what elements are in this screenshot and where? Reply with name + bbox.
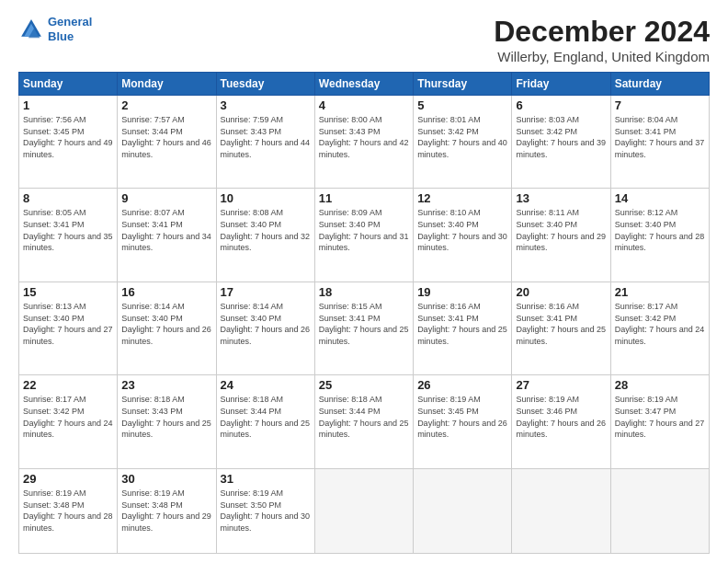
table-row: 4Sunrise: 8:00 AM Sunset: 3:43 PM Daylig… [314,96,413,189]
day-info: Sunrise: 8:17 AM Sunset: 3:42 PM Dayligh… [615,301,705,347]
day-info: Sunrise: 8:18 AM Sunset: 3:44 PM Dayligh… [319,394,409,440]
day-number: 25 [319,378,409,392]
title-block: December 2024 Willerby, England, United … [494,15,710,64]
day-info: Sunrise: 7:59 AM Sunset: 3:43 PM Dayligh… [221,114,311,160]
day-number: 6 [516,98,606,112]
day-info: Sunrise: 8:19 AM Sunset: 3:46 PM Dayligh… [516,394,606,440]
table-row: 27Sunrise: 8:19 AM Sunset: 3:46 PM Dayli… [512,375,610,468]
calendar-week-row: 8Sunrise: 8:05 AM Sunset: 3:41 PM Daylig… [19,189,710,282]
day-info: Sunrise: 8:05 AM Sunset: 3:41 PM Dayligh… [23,207,113,253]
table-row: 30Sunrise: 8:19 AM Sunset: 3:48 PM Dayli… [118,468,216,553]
day-info: Sunrise: 7:57 AM Sunset: 3:44 PM Dayligh… [121,114,211,160]
table-row: 10Sunrise: 8:08 AM Sunset: 3:40 PM Dayli… [216,189,314,282]
calendar-week-row: 1Sunrise: 7:56 AM Sunset: 3:45 PM Daylig… [19,96,710,189]
table-row: 12Sunrise: 8:10 AM Sunset: 3:40 PM Dayli… [414,189,512,282]
calendar-week-row: 22Sunrise: 8:17 AM Sunset: 3:42 PM Dayli… [19,375,710,468]
page: General Blue December 2024 Willerby, Eng… [0,0,728,563]
day-number: 10 [221,191,311,205]
day-number: 14 [615,191,705,205]
col-sunday: Sunday [19,73,118,96]
table-row: 2Sunrise: 7:57 AM Sunset: 3:44 PM Daylig… [118,96,216,189]
day-number: 13 [516,191,606,205]
calendar-week-row: 15Sunrise: 8:13 AM Sunset: 3:40 PM Dayli… [19,282,710,374]
day-number: 23 [121,378,211,392]
main-title: December 2024 [494,15,710,49]
day-number: 7 [615,98,705,112]
day-number: 2 [121,98,211,112]
day-number: 22 [23,378,113,392]
table-row: 28Sunrise: 8:19 AM Sunset: 3:47 PM Dayli… [610,375,709,468]
day-number: 21 [615,285,705,299]
calendar-header-row: Sunday Monday Tuesday Wednesday Thursday… [19,73,710,96]
table-row: 13Sunrise: 8:11 AM Sunset: 3:40 PM Dayli… [512,189,610,282]
logo-general: General [48,15,92,29]
day-info: Sunrise: 8:12 AM Sunset: 3:40 PM Dayligh… [615,207,705,253]
day-number: 17 [221,285,311,299]
day-info: Sunrise: 8:16 AM Sunset: 3:41 PM Dayligh… [417,301,507,347]
day-number: 11 [319,191,409,205]
day-info: Sunrise: 8:09 AM Sunset: 3:40 PM Dayligh… [319,207,409,253]
day-info: Sunrise: 8:14 AM Sunset: 3:40 PM Dayligh… [221,301,311,347]
table-row: 22Sunrise: 8:17 AM Sunset: 3:42 PM Dayli… [19,375,118,468]
day-info: Sunrise: 8:14 AM Sunset: 3:40 PM Dayligh… [121,301,211,347]
day-number: 31 [221,472,311,486]
logo-text: General Blue [48,15,92,43]
table-row: 1Sunrise: 7:56 AM Sunset: 3:45 PM Daylig… [19,96,118,189]
table-row: 6Sunrise: 8:03 AM Sunset: 3:42 PM Daylig… [512,96,610,189]
table-row: 14Sunrise: 8:12 AM Sunset: 3:40 PM Dayli… [610,189,709,282]
table-row [512,468,610,553]
logo-icon [18,17,44,42]
table-row: 29Sunrise: 8:19 AM Sunset: 3:48 PM Dayli… [19,468,118,553]
table-row: 21Sunrise: 8:17 AM Sunset: 3:42 PM Dayli… [610,282,709,374]
table-row: 23Sunrise: 8:18 AM Sunset: 3:43 PM Dayli… [118,375,216,468]
calendar-table: Sunday Monday Tuesday Wednesday Thursday… [18,72,710,554]
day-number: 28 [615,378,705,392]
table-row [414,468,512,553]
table-row [610,468,709,553]
day-number: 24 [221,378,311,392]
col-monday: Monday [118,73,216,96]
day-number: 20 [516,285,606,299]
day-info: Sunrise: 8:10 AM Sunset: 3:40 PM Dayligh… [417,207,507,253]
col-wednesday: Wednesday [314,73,413,96]
day-number: 1 [23,98,113,112]
table-row: 17Sunrise: 8:14 AM Sunset: 3:40 PM Dayli… [216,282,314,374]
table-row: 18Sunrise: 8:15 AM Sunset: 3:41 PM Dayli… [314,282,413,374]
table-row: 5Sunrise: 8:01 AM Sunset: 3:42 PM Daylig… [414,96,512,189]
day-info: Sunrise: 8:18 AM Sunset: 3:44 PM Dayligh… [221,394,311,440]
day-info: Sunrise: 8:07 AM Sunset: 3:41 PM Dayligh… [121,207,211,253]
header: General Blue December 2024 Willerby, Eng… [18,15,710,64]
day-info: Sunrise: 8:04 AM Sunset: 3:41 PM Dayligh… [615,114,705,160]
day-number: 3 [221,98,311,112]
table-row: 11Sunrise: 8:09 AM Sunset: 3:40 PM Dayli… [314,189,413,282]
day-info: Sunrise: 8:19 AM Sunset: 3:47 PM Dayligh… [615,394,705,440]
day-number: 9 [121,191,211,205]
col-friday: Friday [512,73,610,96]
calendar-week-row: 29Sunrise: 8:19 AM Sunset: 3:48 PM Dayli… [19,468,710,553]
day-number: 12 [417,191,507,205]
day-number: 27 [516,378,606,392]
table-row: 26Sunrise: 8:19 AM Sunset: 3:45 PM Dayli… [414,375,512,468]
day-info: Sunrise: 8:01 AM Sunset: 3:42 PM Dayligh… [417,114,507,160]
day-info: Sunrise: 8:17 AM Sunset: 3:42 PM Dayligh… [23,394,113,440]
day-info: Sunrise: 8:19 AM Sunset: 3:45 PM Dayligh… [417,394,507,440]
col-thursday: Thursday [414,73,512,96]
day-info: Sunrise: 8:00 AM Sunset: 3:43 PM Dayligh… [319,114,409,160]
subtitle: Willerby, England, United Kingdom [494,49,710,64]
day-number: 15 [23,285,113,299]
day-number: 8 [23,191,113,205]
col-tuesday: Tuesday [216,73,314,96]
table-row: 24Sunrise: 8:18 AM Sunset: 3:44 PM Dayli… [216,375,314,468]
day-number: 29 [23,472,113,486]
day-info: Sunrise: 8:03 AM Sunset: 3:42 PM Dayligh… [516,114,606,160]
logo-blue: Blue [48,29,74,43]
day-info: Sunrise: 8:08 AM Sunset: 3:40 PM Dayligh… [221,207,311,253]
day-number: 18 [319,285,409,299]
table-row: 20Sunrise: 8:16 AM Sunset: 3:41 PM Dayli… [512,282,610,374]
table-row: 16Sunrise: 8:14 AM Sunset: 3:40 PM Dayli… [118,282,216,374]
table-row: 15Sunrise: 8:13 AM Sunset: 3:40 PM Dayli… [19,282,118,374]
table-row: 3Sunrise: 7:59 AM Sunset: 3:43 PM Daylig… [216,96,314,189]
day-number: 30 [121,472,211,486]
table-row [314,468,413,553]
day-number: 4 [319,98,409,112]
